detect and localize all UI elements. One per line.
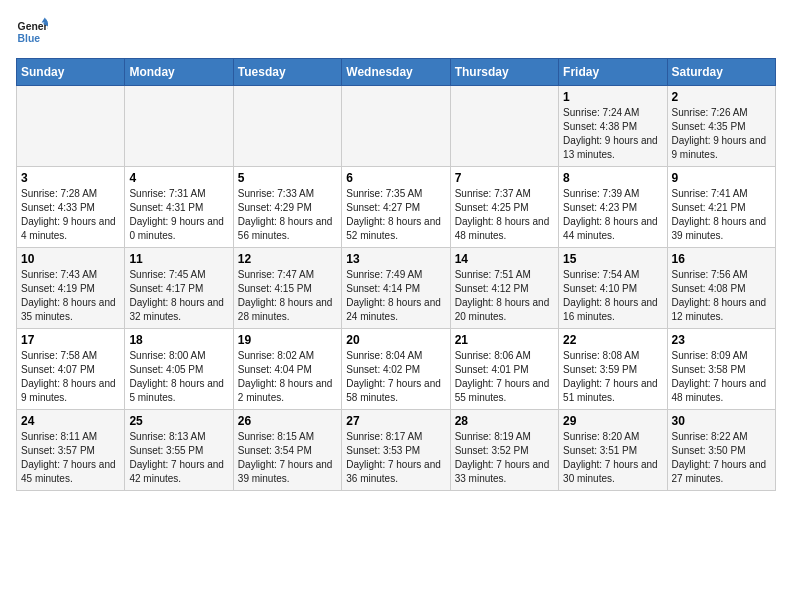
day-info: Sunrise: 8:09 AM Sunset: 3:58 PM Dayligh… bbox=[672, 349, 771, 405]
logo: General Blue bbox=[16, 16, 52, 48]
day-number: 28 bbox=[455, 414, 554, 428]
day-info: Sunrise: 7:49 AM Sunset: 4:14 PM Dayligh… bbox=[346, 268, 445, 324]
day-info: Sunrise: 7:37 AM Sunset: 4:25 PM Dayligh… bbox=[455, 187, 554, 243]
day-cell: 17Sunrise: 7:58 AM Sunset: 4:07 PM Dayli… bbox=[17, 329, 125, 410]
day-number: 22 bbox=[563, 333, 662, 347]
day-info: Sunrise: 8:20 AM Sunset: 3:51 PM Dayligh… bbox=[563, 430, 662, 486]
day-cell: 5Sunrise: 7:33 AM Sunset: 4:29 PM Daylig… bbox=[233, 167, 341, 248]
calendar-header-row: SundayMondayTuesdayWednesdayThursdayFrid… bbox=[17, 59, 776, 86]
day-info: Sunrise: 8:11 AM Sunset: 3:57 PM Dayligh… bbox=[21, 430, 120, 486]
day-cell bbox=[125, 86, 233, 167]
day-info: Sunrise: 7:43 AM Sunset: 4:19 PM Dayligh… bbox=[21, 268, 120, 324]
day-info: Sunrise: 8:13 AM Sunset: 3:55 PM Dayligh… bbox=[129, 430, 228, 486]
svg-text:Blue: Blue bbox=[18, 33, 41, 44]
day-info: Sunrise: 7:45 AM Sunset: 4:17 PM Dayligh… bbox=[129, 268, 228, 324]
day-number: 7 bbox=[455, 171, 554, 185]
day-info: Sunrise: 7:56 AM Sunset: 4:08 PM Dayligh… bbox=[672, 268, 771, 324]
day-info: Sunrise: 7:33 AM Sunset: 4:29 PM Dayligh… bbox=[238, 187, 337, 243]
day-cell bbox=[342, 86, 450, 167]
svg-text:General: General bbox=[18, 21, 48, 32]
day-number: 14 bbox=[455, 252, 554, 266]
week-row-5: 24Sunrise: 8:11 AM Sunset: 3:57 PM Dayli… bbox=[17, 410, 776, 491]
day-info: Sunrise: 7:51 AM Sunset: 4:12 PM Dayligh… bbox=[455, 268, 554, 324]
day-cell: 29Sunrise: 8:20 AM Sunset: 3:51 PM Dayli… bbox=[559, 410, 667, 491]
day-number: 16 bbox=[672, 252, 771, 266]
day-cell: 24Sunrise: 8:11 AM Sunset: 3:57 PM Dayli… bbox=[17, 410, 125, 491]
calendar-table: SundayMondayTuesdayWednesdayThursdayFrid… bbox=[16, 58, 776, 491]
day-info: Sunrise: 7:35 AM Sunset: 4:27 PM Dayligh… bbox=[346, 187, 445, 243]
day-info: Sunrise: 8:22 AM Sunset: 3:50 PM Dayligh… bbox=[672, 430, 771, 486]
day-info: Sunrise: 7:47 AM Sunset: 4:15 PM Dayligh… bbox=[238, 268, 337, 324]
day-info: Sunrise: 8:02 AM Sunset: 4:04 PM Dayligh… bbox=[238, 349, 337, 405]
day-number: 27 bbox=[346, 414, 445, 428]
day-number: 29 bbox=[563, 414, 662, 428]
day-info: Sunrise: 7:31 AM Sunset: 4:31 PM Dayligh… bbox=[129, 187, 228, 243]
week-row-1: 1Sunrise: 7:24 AM Sunset: 4:38 PM Daylig… bbox=[17, 86, 776, 167]
day-number: 9 bbox=[672, 171, 771, 185]
day-number: 8 bbox=[563, 171, 662, 185]
day-number: 20 bbox=[346, 333, 445, 347]
header-sunday: Sunday bbox=[17, 59, 125, 86]
day-number: 25 bbox=[129, 414, 228, 428]
week-row-2: 3Sunrise: 7:28 AM Sunset: 4:33 PM Daylig… bbox=[17, 167, 776, 248]
day-number: 1 bbox=[563, 90, 662, 104]
logo-icon: General Blue bbox=[16, 16, 48, 48]
day-info: Sunrise: 8:17 AM Sunset: 3:53 PM Dayligh… bbox=[346, 430, 445, 486]
day-cell: 9Sunrise: 7:41 AM Sunset: 4:21 PM Daylig… bbox=[667, 167, 775, 248]
day-number: 19 bbox=[238, 333, 337, 347]
day-number: 15 bbox=[563, 252, 662, 266]
day-info: Sunrise: 8:15 AM Sunset: 3:54 PM Dayligh… bbox=[238, 430, 337, 486]
day-cell: 18Sunrise: 8:00 AM Sunset: 4:05 PM Dayli… bbox=[125, 329, 233, 410]
day-cell bbox=[17, 86, 125, 167]
day-cell: 25Sunrise: 8:13 AM Sunset: 3:55 PM Dayli… bbox=[125, 410, 233, 491]
day-info: Sunrise: 7:24 AM Sunset: 4:38 PM Dayligh… bbox=[563, 106, 662, 162]
day-number: 10 bbox=[21, 252, 120, 266]
day-number: 18 bbox=[129, 333, 228, 347]
day-number: 6 bbox=[346, 171, 445, 185]
day-cell: 15Sunrise: 7:54 AM Sunset: 4:10 PM Dayli… bbox=[559, 248, 667, 329]
day-cell: 4Sunrise: 7:31 AM Sunset: 4:31 PM Daylig… bbox=[125, 167, 233, 248]
page-header: General Blue bbox=[16, 16, 776, 48]
header-monday: Monday bbox=[125, 59, 233, 86]
day-cell: 26Sunrise: 8:15 AM Sunset: 3:54 PM Dayli… bbox=[233, 410, 341, 491]
day-info: Sunrise: 8:08 AM Sunset: 3:59 PM Dayligh… bbox=[563, 349, 662, 405]
day-cell: 12Sunrise: 7:47 AM Sunset: 4:15 PM Dayli… bbox=[233, 248, 341, 329]
week-row-4: 17Sunrise: 7:58 AM Sunset: 4:07 PM Dayli… bbox=[17, 329, 776, 410]
day-info: Sunrise: 7:39 AM Sunset: 4:23 PM Dayligh… bbox=[563, 187, 662, 243]
day-number: 21 bbox=[455, 333, 554, 347]
day-cell: 6Sunrise: 7:35 AM Sunset: 4:27 PM Daylig… bbox=[342, 167, 450, 248]
day-cell: 2Sunrise: 7:26 AM Sunset: 4:35 PM Daylig… bbox=[667, 86, 775, 167]
day-cell: 23Sunrise: 8:09 AM Sunset: 3:58 PM Dayli… bbox=[667, 329, 775, 410]
header-wednesday: Wednesday bbox=[342, 59, 450, 86]
day-info: Sunrise: 7:58 AM Sunset: 4:07 PM Dayligh… bbox=[21, 349, 120, 405]
day-cell bbox=[450, 86, 558, 167]
day-number: 2 bbox=[672, 90, 771, 104]
day-number: 23 bbox=[672, 333, 771, 347]
day-cell: 20Sunrise: 8:04 AM Sunset: 4:02 PM Dayli… bbox=[342, 329, 450, 410]
day-cell: 21Sunrise: 8:06 AM Sunset: 4:01 PM Dayli… bbox=[450, 329, 558, 410]
day-number: 17 bbox=[21, 333, 120, 347]
day-cell: 11Sunrise: 7:45 AM Sunset: 4:17 PM Dayli… bbox=[125, 248, 233, 329]
day-cell bbox=[233, 86, 341, 167]
day-cell: 27Sunrise: 8:17 AM Sunset: 3:53 PM Dayli… bbox=[342, 410, 450, 491]
day-number: 4 bbox=[129, 171, 228, 185]
day-number: 24 bbox=[21, 414, 120, 428]
day-info: Sunrise: 8:06 AM Sunset: 4:01 PM Dayligh… bbox=[455, 349, 554, 405]
header-tuesday: Tuesday bbox=[233, 59, 341, 86]
day-cell: 14Sunrise: 7:51 AM Sunset: 4:12 PM Dayli… bbox=[450, 248, 558, 329]
day-number: 30 bbox=[672, 414, 771, 428]
day-cell: 30Sunrise: 8:22 AM Sunset: 3:50 PM Dayli… bbox=[667, 410, 775, 491]
header-saturday: Saturday bbox=[667, 59, 775, 86]
day-info: Sunrise: 7:54 AM Sunset: 4:10 PM Dayligh… bbox=[563, 268, 662, 324]
header-friday: Friday bbox=[559, 59, 667, 86]
day-number: 11 bbox=[129, 252, 228, 266]
day-cell: 7Sunrise: 7:37 AM Sunset: 4:25 PM Daylig… bbox=[450, 167, 558, 248]
day-number: 26 bbox=[238, 414, 337, 428]
day-info: Sunrise: 8:19 AM Sunset: 3:52 PM Dayligh… bbox=[455, 430, 554, 486]
day-cell: 19Sunrise: 8:02 AM Sunset: 4:04 PM Dayli… bbox=[233, 329, 341, 410]
day-cell: 10Sunrise: 7:43 AM Sunset: 4:19 PM Dayli… bbox=[17, 248, 125, 329]
day-number: 13 bbox=[346, 252, 445, 266]
day-info: Sunrise: 7:26 AM Sunset: 4:35 PM Dayligh… bbox=[672, 106, 771, 162]
day-info: Sunrise: 7:41 AM Sunset: 4:21 PM Dayligh… bbox=[672, 187, 771, 243]
day-cell: 8Sunrise: 7:39 AM Sunset: 4:23 PM Daylig… bbox=[559, 167, 667, 248]
